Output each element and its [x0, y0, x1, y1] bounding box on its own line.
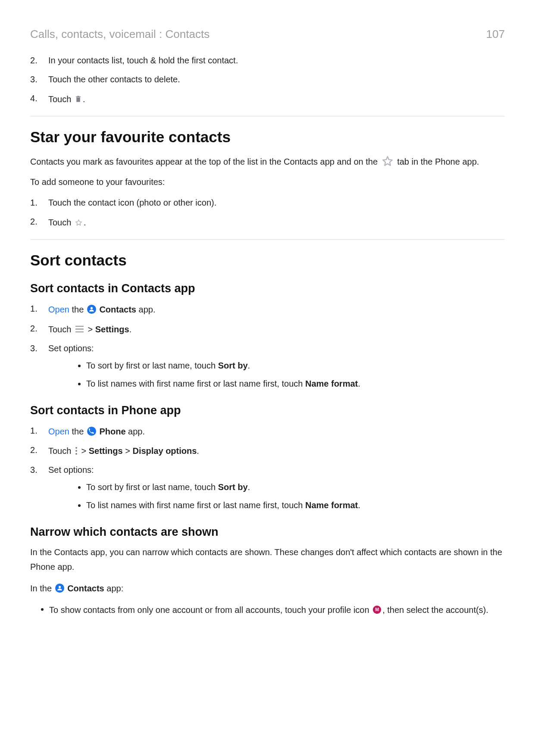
- app-name-phone: Phone: [99, 426, 125, 436]
- bullet-item: To show contacts from only one account o…: [49, 602, 505, 617]
- list-item: Touch > Settings > Display options.: [30, 443, 505, 458]
- step-text: Touch: [48, 446, 74, 456]
- bullet-text: .: [358, 500, 360, 510]
- list-item: In your contacts list, touch & hold the …: [30, 53, 505, 68]
- app-name-contacts: Contacts: [99, 305, 136, 314]
- list-item: Touch the other contacts to delete.: [30, 72, 505, 87]
- settings-label: Settings: [95, 325, 129, 334]
- step-text: .: [84, 218, 86, 227]
- subheading-sort-contacts-app: Sort contacts in Contacts app: [30, 282, 505, 295]
- name-format-label: Name format: [305, 500, 358, 510]
- open-link[interactable]: Open: [48, 426, 69, 436]
- options-bullets: To sort by first or last name, touch Sor…: [48, 480, 505, 512]
- svg-point-4: [75, 453, 77, 455]
- svg-point-3: [75, 450, 77, 452]
- page-header: Calls, contacts, voicemail : Contacts 10…: [30, 28, 505, 41]
- star-outline-icon: [75, 219, 83, 227]
- step-text: the: [69, 305, 86, 314]
- step-text: >: [123, 446, 133, 456]
- list-item: Set options: To sort by first or last na…: [30, 462, 505, 512]
- list-item: Set options: To sort by first or last na…: [30, 341, 505, 391]
- step-text: Touch: [48, 325, 74, 334]
- svg-text:M: M: [375, 607, 379, 612]
- section-heading-sort-contacts: Sort contacts: [30, 252, 505, 269]
- section-divider: [30, 239, 505, 240]
- bullet-item: To sort by first or last name, touch Sor…: [86, 480, 505, 494]
- list-item: Open the Contacts app.: [30, 301, 505, 317]
- menu-icon: [75, 325, 84, 333]
- sort-by-label: Sort by: [218, 482, 248, 492]
- section-divider: [30, 116, 505, 116]
- paragraph-text: tab in the Phone app.: [397, 156, 479, 166]
- paragraph: In the Contacts app:: [30, 580, 505, 596]
- bullet-text: To list names with first name first or l…: [86, 379, 305, 388]
- sort-contacts-app-steps: Open the Contacts app. Touch > Settings.…: [30, 301, 505, 390]
- paragraph-text: app:: [104, 584, 123, 593]
- bullet-text: To sort by first or last name, touch: [86, 361, 218, 370]
- step-text: .: [83, 94, 85, 104]
- paragraph: To add someone to your favourites:: [30, 175, 505, 189]
- contacts-app-icon: [55, 584, 64, 593]
- display-options-label: Display options: [132, 446, 197, 456]
- open-link[interactable]: Open: [48, 305, 69, 314]
- list-item: Touch the contact icon (photo or other i…: [30, 195, 505, 210]
- breadcrumb: Calls, contacts, voicemail : Contacts: [30, 28, 210, 41]
- paragraph-text: Contacts you mark as favourites appear a…: [30, 156, 380, 166]
- phone-app-icon: [87, 427, 96, 436]
- subheading-narrow-contacts: Narrow which contacts are shown: [30, 525, 505, 539]
- bullet-text: To list names with first name first or l…: [86, 500, 305, 510]
- bullet-item: To sort by first or last name, touch Sor…: [86, 358, 505, 373]
- more-vertical-icon: [75, 447, 78, 455]
- step-text: Set options:: [48, 344, 94, 353]
- step-text: >: [79, 446, 89, 456]
- bullet-text: To sort by first or last name, touch: [86, 482, 218, 492]
- bullet-item: To list names with first name first or l…: [86, 376, 505, 391]
- trash-icon: [75, 95, 82, 103]
- sort-by-label: Sort by: [218, 361, 248, 370]
- step-text: .: [129, 325, 132, 334]
- star-outline-icon: [381, 155, 394, 168]
- step-text: app.: [126, 426, 145, 436]
- settings-label: Settings: [89, 446, 123, 456]
- paragraph: In the Contacts app, you can narrow whic…: [30, 545, 505, 574]
- bullet-text: .: [248, 482, 250, 492]
- paragraph-text: In the: [30, 584, 54, 593]
- paragraph: Contacts you mark as favourites appear a…: [30, 153, 505, 169]
- step-text: .: [197, 446, 199, 456]
- bullet-text: .: [248, 361, 250, 370]
- options-bullets: To sort by first or last name, touch Sor…: [48, 358, 505, 391]
- bullet-item: To list names with first name first or l…: [86, 498, 505, 512]
- bullet-text: .: [358, 379, 360, 388]
- page-root: Calls, contacts, voicemail : Contacts 10…: [0, 0, 535, 756]
- app-name-contacts: Contacts: [67, 584, 104, 593]
- list-item: Touch .: [30, 214, 505, 230]
- list-item: Open the Phone app.: [30, 423, 505, 439]
- sort-phone-app-steps: Open the Phone app. Touch > Settings > D…: [30, 423, 505, 512]
- favourites-steps-list: Touch the contact icon (photo or other i…: [30, 195, 505, 230]
- section-heading-star-favourites: Star your favourite contacts: [30, 128, 505, 146]
- step-text: app.: [136, 305, 155, 314]
- step-text: Touch: [48, 218, 74, 227]
- narrow-bullets: To show contacts from only one account o…: [30, 602, 505, 617]
- bullet-text: , then select the account(s).: [382, 605, 488, 614]
- step-text: >: [85, 325, 95, 334]
- list-item: Touch > Settings.: [30, 321, 505, 337]
- svg-point-1: [87, 427, 96, 436]
- subheading-sort-phone-app: Sort contacts in Phone app: [30, 404, 505, 417]
- svg-point-2: [75, 447, 77, 449]
- step-text: the: [69, 426, 86, 436]
- bullet-text: To show contacts from only one account o…: [49, 605, 372, 614]
- list-item: Touch .: [30, 91, 505, 106]
- contacts-app-icon: [87, 305, 96, 314]
- delete-steps-list: In your contacts list, touch & hold the …: [30, 53, 505, 106]
- name-format-label: Name format: [305, 379, 358, 388]
- step-text: Set options:: [48, 465, 94, 475]
- step-text: Touch: [48, 94, 74, 104]
- page-number: 107: [486, 28, 505, 41]
- profile-avatar-icon: M: [372, 605, 382, 614]
